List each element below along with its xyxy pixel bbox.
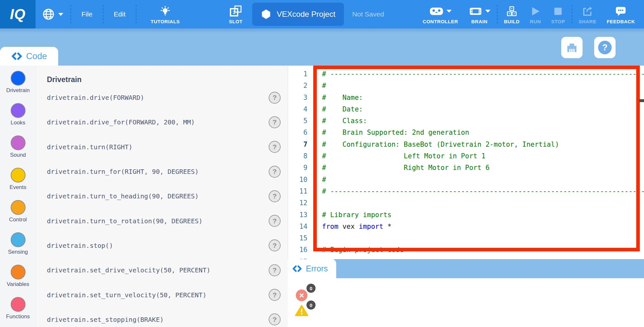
- help-button[interactable]: ?: [594, 37, 616, 58]
- run-button[interactable]: RUN: [525, 0, 546, 28]
- line-number: 10: [288, 174, 307, 185]
- vexcode-app: IQ File Edit: [0, 0, 644, 327]
- command-help-button[interactable]: ?: [269, 141, 281, 153]
- command-help-button[interactable]: ?: [269, 190, 281, 202]
- command-text[interactable]: drivetrain.stop(): [47, 242, 269, 249]
- line-number: 3: [288, 92, 307, 103]
- toolbar-divider: [136, 5, 136, 24]
- command-text[interactable]: drivetrain.turn_to_rotation(90, DEGREES): [47, 217, 269, 225]
- category-color-icon: [11, 200, 26, 215]
- line-number: 1: [288, 68, 307, 80]
- code-line: 14from vex import *: [288, 221, 644, 232]
- command-text[interactable]: drivetrain.turn_for(RIGHT, 90, DEGREES): [47, 168, 269, 175]
- category-label: Variables: [7, 281, 29, 288]
- code-brackets-icon: [292, 265, 302, 272]
- code-line: 6# Brain Supported: 2nd generation: [288, 127, 644, 138]
- command-text[interactable]: drivetrain.drive(FORWARD): [47, 94, 269, 101]
- menu-file[interactable]: File: [72, 0, 102, 28]
- command-help-button[interactable]: ?: [269, 289, 281, 301]
- brain-icon: [468, 6, 483, 17]
- sidebar-item-variables[interactable]: Variables: [0, 265, 36, 297]
- command-text[interactable]: drivetrain.turn(RIGHT): [47, 143, 269, 151]
- code-editor[interactable]: 1# -------------------------------------…: [288, 66, 644, 259]
- device-manager-button[interactable]: [561, 37, 583, 58]
- menu-edit[interactable]: Edit: [105, 0, 134, 28]
- line-number: 7: [288, 139, 307, 150]
- code-brackets-icon: [11, 52, 22, 60]
- command-help-button[interactable]: ?: [269, 116, 281, 128]
- line-number: 5: [288, 115, 307, 127]
- category-label: Events: [10, 184, 27, 191]
- toolbar-divider: [103, 5, 103, 24]
- controller-button[interactable]: CONTROLLER: [418, 0, 463, 28]
- command-help-button[interactable]: ?: [269, 313, 281, 325]
- command-help-button[interactable]: ?: [269, 166, 281, 178]
- code-line: 5# Class:: [288, 115, 644, 127]
- command-row: drivetrain.turn_for(RIGHT, 90, DEGREES) …: [37, 159, 288, 184]
- sidebar-item-control[interactable]: Control: [0, 200, 36, 232]
- command-group-header: Drivetrain: [37, 66, 288, 85]
- sidebar-item-events[interactable]: Events: [0, 168, 36, 200]
- error-x-icon: ×: [296, 290, 307, 301]
- category-color-icon: [11, 297, 26, 312]
- share-button[interactable]: SHARE: [574, 0, 602, 28]
- sidebar-item-sensing[interactable]: Sensing: [0, 232, 36, 265]
- stop-square-icon: [553, 6, 563, 16]
- language-menu-button[interactable]: [36, 0, 69, 28]
- category-sidebar: Drivetrain Looks Sound Events Control Se…: [0, 66, 36, 327]
- code-line: 17: [288, 256, 644, 259]
- feedback-bubble-icon: [615, 5, 627, 17]
- command-help-button[interactable]: ?: [269, 239, 281, 251]
- tab-errors[interactable]: Errors: [288, 259, 336, 278]
- error-count-indicator[interactable]: × 0: [296, 290, 307, 301]
- line-number: 4: [288, 103, 307, 115]
- command-help-button[interactable]: ?: [269, 215, 281, 227]
- warning-count-indicator[interactable]: 0: [295, 304, 308, 318]
- sidebar-item-sound[interactable]: Sound: [0, 135, 36, 168]
- command-text[interactable]: drivetrain.turn_to_heading(90, DEGREES): [47, 192, 269, 200]
- chevron-down-icon: [485, 10, 490, 13]
- line-number: 9: [288, 162, 307, 174]
- command-help-button[interactable]: ?: [269, 92, 281, 104]
- command-text[interactable]: drivetrain.set_turn_velocity(50, PERCENT…: [47, 291, 269, 299]
- category-label: Sound: [10, 152, 26, 158]
- toolbar-spacer: [384, 0, 418, 28]
- project-name-button[interactable]: VEXcode Project: [252, 3, 344, 26]
- errors-header-bar: [334, 259, 644, 278]
- toolbar-divider: [497, 5, 498, 24]
- command-row: drivetrain.turn_to_rotation(90, DEGREES)…: [37, 208, 288, 233]
- category-label: Sensing: [8, 249, 28, 255]
- category-color-icon: [11, 265, 26, 280]
- command-help-button[interactable]: ?: [269, 264, 281, 276]
- brain-button[interactable]: BRAIN: [463, 0, 496, 28]
- tutorials-button[interactable]: TUTORIALS: [145, 0, 185, 28]
- sidebar-item-looks[interactable]: Looks: [0, 103, 36, 135]
- editor-scrollbar-marker[interactable]: [639, 99, 644, 102]
- category-label: Control: [9, 216, 27, 223]
- stop-button[interactable]: STOP: [546, 0, 570, 28]
- error-count-badge: 0: [306, 284, 316, 293]
- build-cubes-icon: [506, 5, 518, 17]
- sidebar-item-functions[interactable]: Functions: [0, 297, 36, 327]
- question-mark-icon: ?: [598, 41, 612, 54]
- line-number: 2: [288, 80, 307, 91]
- build-button[interactable]: BUILD: [499, 0, 525, 28]
- command-row: drivetrain.turn_to_heading(90, DEGREES) …: [37, 184, 288, 208]
- line-number: 8: [288, 150, 307, 162]
- feedback-button[interactable]: FEEDBACK: [602, 0, 640, 28]
- chevron-down-icon: [58, 13, 63, 16]
- lightbulb-icon: [159, 5, 171, 17]
- code-line: 10#: [288, 174, 644, 185]
- command-text[interactable]: drivetrain.drive_for(FORWARD, 200, MM): [47, 118, 269, 126]
- slot-button[interactable]: 1 SLOT: [224, 0, 248, 28]
- command-row: drivetrain.drive(FORWARD) ?: [37, 85, 288, 110]
- errors-panel: Errors × 0 0: [288, 259, 644, 327]
- code-line: 2#: [288, 80, 644, 91]
- category-color-icon: [11, 103, 26, 118]
- command-list: drivetrain.drive(FORWARD) ? drivetrain.d…: [37, 85, 288, 327]
- command-text[interactable]: drivetrain.set_drive_velocity(50, PERCEN…: [47, 266, 269, 274]
- command-text[interactable]: drivetrain.set_stopping(BRAKE): [47, 316, 269, 323]
- sidebar-item-drivetrain[interactable]: Drivetrain: [0, 71, 36, 103]
- tab-code[interactable]: Code: [0, 47, 58, 66]
- line-number: 17: [288, 256, 307, 259]
